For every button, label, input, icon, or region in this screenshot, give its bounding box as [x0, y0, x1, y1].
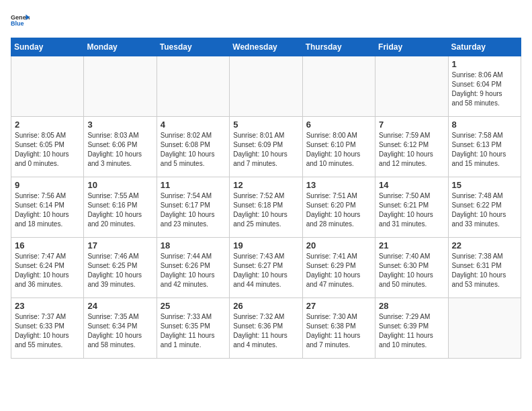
day-info: Sunrise: 8:06 AM Sunset: 6:04 PM Dayligh…: [452, 71, 517, 108]
day-info: Sunrise: 8:01 AM Sunset: 6:09 PM Dayligh…: [233, 131, 298, 169]
day-info: Sunrise: 7:41 AM Sunset: 6:29 PM Dayligh…: [306, 252, 371, 289]
week-row-2: 2Sunrise: 8:05 AM Sunset: 6:05 PM Daylig…: [11, 117, 521, 177]
calendar-cell: 14Sunrise: 7:50 AM Sunset: 6:21 PM Dayli…: [375, 177, 448, 238]
day-number: 5: [233, 120, 298, 130]
weekday-header-tuesday: Tuesday: [157, 38, 229, 56]
day-number: 27: [306, 301, 371, 311]
calendar-cell: 23Sunrise: 7:37 AM Sunset: 6:33 PM Dayli…: [11, 298, 84, 359]
day-info: Sunrise: 7:58 AM Sunset: 6:13 PM Dayligh…: [452, 131, 517, 169]
day-info: Sunrise: 7:50 AM Sunset: 6:21 PM Dayligh…: [379, 191, 444, 229]
day-number: 12: [233, 180, 298, 190]
calendar-cell: [157, 56, 229, 117]
day-number: 18: [161, 240, 226, 250]
day-number: 24: [87, 301, 152, 311]
day-number: 9: [15, 180, 80, 190]
day-info: Sunrise: 7:52 AM Sunset: 6:18 PM Dayligh…: [233, 191, 298, 229]
day-info: Sunrise: 7:47 AM Sunset: 6:24 PM Dayligh…: [15, 252, 80, 289]
day-number: 14: [379, 180, 444, 190]
calendar-cell: 27Sunrise: 7:30 AM Sunset: 6:38 PM Dayli…: [302, 298, 375, 359]
calendar-cell: 7Sunrise: 7:59 AM Sunset: 6:12 PM Daylig…: [375, 117, 448, 177]
day-number: 1: [452, 59, 517, 69]
day-info: Sunrise: 7:43 AM Sunset: 6:27 PM Dayligh…: [233, 252, 298, 289]
calendar-cell: 10Sunrise: 7:55 AM Sunset: 6:16 PM Dayli…: [84, 177, 157, 238]
logo: General Blue: [11, 11, 30, 30]
weekday-header-wednesday: Wednesday: [230, 38, 302, 56]
calendar-cell: 11Sunrise: 7:54 AM Sunset: 6:17 PM Dayli…: [157, 177, 229, 238]
day-info: Sunrise: 7:46 AM Sunset: 6:25 PM Dayligh…: [87, 252, 152, 289]
week-row-3: 9Sunrise: 7:56 AM Sunset: 6:14 PM Daylig…: [11, 177, 521, 238]
calendar-cell: 26Sunrise: 7:32 AM Sunset: 6:36 PM Dayli…: [230, 298, 302, 359]
weekday-header-monday: Monday: [84, 38, 157, 56]
calendar-cell: 15Sunrise: 7:48 AM Sunset: 6:22 PM Dayli…: [448, 177, 521, 238]
day-number: 2: [15, 120, 80, 130]
day-info: Sunrise: 8:02 AM Sunset: 6:08 PM Dayligh…: [161, 131, 226, 169]
calendar-cell: 21Sunrise: 7:40 AM Sunset: 6:30 PM Dayli…: [375, 238, 448, 298]
day-info: Sunrise: 7:48 AM Sunset: 6:22 PM Dayligh…: [452, 191, 517, 229]
day-info: Sunrise: 7:33 AM Sunset: 6:35 PM Dayligh…: [161, 312, 226, 350]
weekday-header-sunday: Sunday: [11, 38, 84, 56]
day-info: Sunrise: 7:29 AM Sunset: 6:39 PM Dayligh…: [379, 312, 444, 350]
day-info: Sunrise: 7:38 AM Sunset: 6:31 PM Dayligh…: [452, 252, 517, 289]
day-number: 23: [15, 301, 80, 311]
weekday-header-saturday: Saturday: [448, 38, 521, 56]
day-info: Sunrise: 8:05 AM Sunset: 6:05 PM Dayligh…: [15, 131, 80, 169]
calendar-cell: 16Sunrise: 7:47 AM Sunset: 6:24 PM Dayli…: [11, 238, 84, 298]
day-info: Sunrise: 7:35 AM Sunset: 6:34 PM Dayligh…: [87, 312, 152, 350]
day-number: 13: [306, 180, 371, 190]
day-info: Sunrise: 7:30 AM Sunset: 6:38 PM Dayligh…: [306, 312, 371, 350]
day-info: Sunrise: 7:40 AM Sunset: 6:30 PM Dayligh…: [379, 252, 444, 289]
day-number: 21: [379, 240, 444, 250]
calendar-cell: 24Sunrise: 7:35 AM Sunset: 6:34 PM Dayli…: [84, 298, 157, 359]
day-number: 19: [233, 240, 298, 250]
day-number: 7: [379, 120, 444, 130]
calendar-cell: [230, 56, 302, 117]
calendar-cell: 20Sunrise: 7:41 AM Sunset: 6:29 PM Dayli…: [302, 238, 375, 298]
week-row-1: 1Sunrise: 8:06 AM Sunset: 6:04 PM Daylig…: [11, 56, 521, 117]
calendar-cell: 17Sunrise: 7:46 AM Sunset: 6:25 PM Dayli…: [84, 238, 157, 298]
day-number: 4: [161, 120, 226, 130]
day-number: 28: [379, 301, 444, 311]
day-number: 25: [161, 301, 226, 311]
day-number: 6: [306, 120, 371, 130]
day-info: Sunrise: 7:56 AM Sunset: 6:14 PM Dayligh…: [15, 191, 80, 229]
calendar-cell: [375, 56, 448, 117]
day-number: 8: [452, 120, 517, 130]
day-number: 15: [452, 180, 517, 190]
day-info: Sunrise: 7:54 AM Sunset: 6:17 PM Dayligh…: [161, 191, 226, 229]
calendar-cell: 22Sunrise: 7:38 AM Sunset: 6:31 PM Dayli…: [448, 238, 521, 298]
svg-text:Blue: Blue: [11, 20, 24, 27]
week-row-5: 23Sunrise: 7:37 AM Sunset: 6:33 PM Dayli…: [11, 298, 521, 359]
calendar-cell: 1Sunrise: 8:06 AM Sunset: 6:04 PM Daylig…: [448, 56, 521, 117]
day-number: 17: [87, 240, 152, 250]
calendar-cell: [11, 56, 84, 117]
day-info: Sunrise: 8:03 AM Sunset: 6:06 PM Dayligh…: [87, 131, 152, 169]
calendar-cell: 28Sunrise: 7:29 AM Sunset: 6:39 PM Dayli…: [375, 298, 448, 359]
calendar-cell: 25Sunrise: 7:33 AM Sunset: 6:35 PM Dayli…: [157, 298, 229, 359]
calendar-cell: 18Sunrise: 7:44 AM Sunset: 6:26 PM Dayli…: [157, 238, 229, 298]
calendar-cell: [302, 56, 375, 117]
day-info: Sunrise: 7:55 AM Sunset: 6:16 PM Dayligh…: [87, 191, 152, 229]
calendar-cell: 13Sunrise: 7:51 AM Sunset: 6:20 PM Dayli…: [302, 177, 375, 238]
weekday-header-friday: Friday: [375, 38, 448, 56]
day-info: Sunrise: 7:59 AM Sunset: 6:12 PM Dayligh…: [379, 131, 444, 169]
day-info: Sunrise: 7:44 AM Sunset: 6:26 PM Dayligh…: [161, 252, 226, 289]
day-number: 22: [452, 240, 517, 250]
calendar-cell: 12Sunrise: 7:52 AM Sunset: 6:18 PM Dayli…: [230, 177, 302, 238]
day-number: 10: [87, 180, 152, 190]
calendar-cell: [448, 298, 521, 359]
logo-icon: General Blue: [11, 11, 30, 30]
weekday-header-thursday: Thursday: [302, 38, 375, 56]
day-number: 26: [233, 301, 298, 311]
calendar-cell: 8Sunrise: 7:58 AM Sunset: 6:13 PM Daylig…: [448, 117, 521, 177]
day-number: 20: [306, 240, 371, 250]
calendar-cell: 9Sunrise: 7:56 AM Sunset: 6:14 PM Daylig…: [11, 177, 84, 238]
page-header: General Blue: [11, 11, 521, 30]
day-number: 16: [15, 240, 80, 250]
day-info: Sunrise: 8:00 AM Sunset: 6:10 PM Dayligh…: [306, 131, 371, 169]
day-info: Sunrise: 7:37 AM Sunset: 6:33 PM Dayligh…: [15, 312, 80, 350]
day-number: 11: [161, 180, 226, 190]
calendar-cell: 19Sunrise: 7:43 AM Sunset: 6:27 PM Dayli…: [230, 238, 302, 298]
calendar-cell: 3Sunrise: 8:03 AM Sunset: 6:06 PM Daylig…: [84, 117, 157, 177]
calendar-cell: [84, 56, 157, 117]
weekday-header-row: SundayMondayTuesdayWednesdayThursdayFrid…: [11, 38, 521, 56]
